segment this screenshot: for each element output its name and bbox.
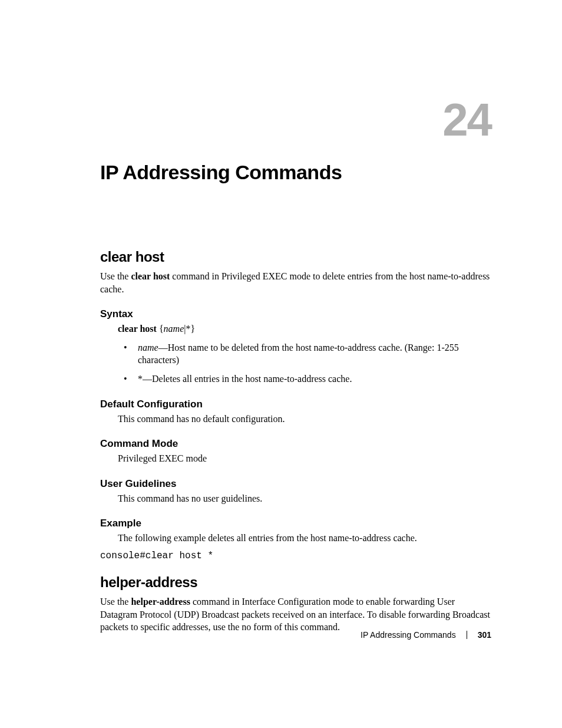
syntax-line: clear host {name|*}	[118, 322, 491, 335]
example-code: console#clear host *	[100, 551, 491, 561]
command-mode-heading: Command Mode	[100, 438, 491, 450]
footer-divider	[467, 631, 467, 639]
page-footer: IP Addressing Commands 301	[361, 630, 491, 640]
section-clear-host-title: clear host	[100, 249, 491, 265]
syntax-heading: Syntax	[100, 308, 491, 320]
example-heading: Example	[100, 518, 491, 529]
user-guidelines-heading: User Guidelines	[100, 478, 491, 490]
footer-chapter-name: IP Addressing Commands	[361, 630, 456, 640]
chapter-number: 24	[442, 93, 491, 147]
clear-host-intro: Use the clear host command in Privileged…	[100, 270, 491, 295]
section-helper-address-title: helper-address	[100, 574, 491, 591]
command-mode-text: Privileged EXEC mode	[118, 452, 491, 465]
syntax-bullet-2: *—Deletes all entries in the host name-t…	[124, 373, 491, 386]
user-guidelines-text: This command has no user guidelines.	[118, 492, 491, 505]
helper-address-intro: Use the helper-address command in Interf…	[100, 595, 491, 634]
default-config-heading: Default Configuration	[100, 398, 491, 410]
syntax-bullet-1: name—Host name to be deleted from the ho…	[124, 341, 491, 367]
footer-page-number: 301	[478, 630, 491, 640]
chapter-title: IP Addressing Commands	[100, 161, 491, 184]
default-config-text: This command has no default configuratio…	[118, 413, 491, 426]
example-text: The following example deletes all entrie…	[118, 532, 491, 545]
syntax-bullets: name—Host name to be deleted from the ho…	[124, 341, 491, 386]
